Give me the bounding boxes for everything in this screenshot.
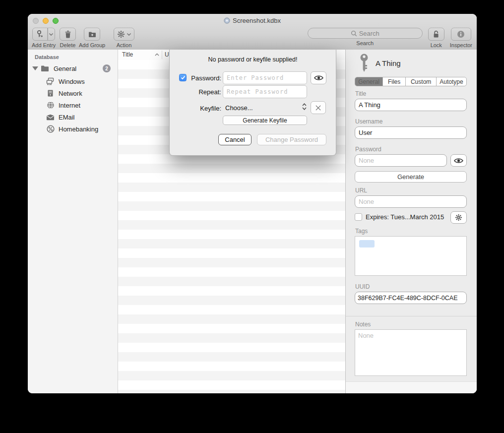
info-icon — [457, 30, 465, 38]
tags-label: Tags — [355, 228, 368, 235]
tags-box[interactable] — [355, 236, 467, 276]
lock-label: Lock — [431, 42, 442, 48]
titlebar[interactable]: Screenshot.kdbx — [28, 14, 477, 27]
close-x-icon — [315, 105, 321, 111]
change-password-dialog: No password or keyfile supplied! Passwor… — [169, 50, 336, 156]
column-header-title[interactable]: Title — [122, 51, 133, 58]
sidebar-item-label: Network — [59, 90, 82, 97]
minimize-button[interactable] — [43, 18, 49, 24]
add-group-label: Add Group — [79, 42, 105, 48]
zoom-button[interactable] — [53, 18, 59, 24]
dialog-reveal-password-button[interactable] — [311, 71, 326, 84]
reveal-password-button[interactable] — [450, 154, 467, 167]
delete-label: Delete — [60, 42, 76, 48]
search-input[interactable]: Search — [308, 28, 423, 39]
url-field[interactable] — [355, 195, 467, 208]
title-label: Title — [355, 90, 366, 97]
generate-password-button[interactable]: Generate — [355, 171, 467, 183]
window-title: Screenshot.kdbx — [233, 17, 281, 24]
inspector-button[interactable] — [451, 28, 471, 41]
email-icon — [46, 114, 55, 121]
search-label: Search — [356, 40, 374, 46]
sidebar-item-windows[interactable]: Windows — [28, 75, 118, 87]
inspector-panel: A Thing General Files Custom Autotype Ti… — [345, 50, 477, 393]
sidebar-item-label: EMail — [59, 114, 75, 121]
toolbar: Add Entry Delete Add Group — [28, 27, 477, 50]
disclosure-triangle-icon[interactable] — [32, 66, 38, 70]
chevron-down-icon — [127, 33, 131, 36]
group-sidebar: Database General 2 Windows Network — [28, 50, 118, 393]
uuid-label: UUID — [355, 283, 370, 290]
inspector-footer — [346, 381, 477, 393]
folder-icon — [41, 65, 49, 72]
repeat-password-field[interactable] — [223, 85, 307, 98]
app-window: Screenshot.kdbx Add Entry — [28, 14, 477, 393]
add-entry-dropdown[interactable] — [48, 28, 55, 40]
sidebar-item-email[interactable]: EMail — [28, 111, 118, 123]
sidebar-item-label: Windows — [59, 78, 85, 85]
expires-options-button[interactable] — [450, 211, 467, 224]
key-plus-icon — [33, 28, 48, 40]
lock-button[interactable] — [428, 28, 444, 41]
cancel-button[interactable]: Cancel — [218, 134, 252, 145]
url-label: URL — [355, 187, 367, 194]
expires-checkbox[interactable] — [355, 213, 362, 221]
tag-chip[interactable] — [359, 240, 375, 247]
title-field[interactable] — [355, 99, 467, 111]
windows-icon — [46, 77, 55, 85]
tab-autotype[interactable]: Autotype — [437, 77, 466, 86]
username-field[interactable] — [355, 126, 467, 139]
action-label: Action — [117, 42, 132, 48]
traffic-lights — [33, 18, 59, 24]
sidebar-item-internet[interactable]: Internet — [28, 99, 118, 111]
notes-field[interactable] — [355, 329, 467, 376]
tab-custom[interactable]: Custom — [406, 77, 437, 86]
gear-icon — [117, 30, 125, 38]
column-header-username[interactable]: U — [165, 51, 169, 58]
homebanking-icon — [46, 125, 55, 133]
gear-icon — [455, 214, 462, 221]
inspector-tabs: General Files Custom Autotype — [355, 77, 467, 86]
window-chrome: Screenshot.kdbx Add Entry — [28, 14, 477, 50]
sidebar-item-network[interactable]: Network — [28, 87, 118, 99]
change-password-button[interactable]: Change Password — [257, 134, 326, 145]
keyfile-popup[interactable]: Choose... — [225, 104, 253, 112]
section-divider — [346, 316, 477, 316]
generate-keyfile-button[interactable]: Generate Keyfile — [223, 116, 307, 125]
dialog-keyfile-label: Keyfile: — [180, 105, 221, 112]
notes-label: Notes — [355, 321, 371, 328]
inspector-label: Inspector — [450, 42, 472, 48]
search-placeholder: Search — [359, 30, 379, 37]
add-entry-button[interactable] — [32, 28, 55, 41]
tab-general[interactable]: General — [355, 77, 383, 86]
sidebar-group-label: General — [54, 65, 76, 72]
lock-open-icon — [433, 30, 440, 39]
search-icon — [351, 30, 357, 37]
add-group-button[interactable] — [84, 28, 100, 41]
password-field[interactable] — [355, 154, 447, 167]
username-label: Username — [355, 118, 382, 125]
folder-plus-icon — [88, 31, 96, 38]
document-icon — [224, 17, 230, 24]
delete-button[interactable] — [60, 28, 76, 41]
dialog-message: No password or keyfile supplied! — [170, 56, 336, 63]
clear-keyfile-button[interactable] — [311, 101, 326, 114]
entry-count-badge: 2 — [103, 64, 111, 72]
sidebar-item-homebanking[interactable]: Homebanking — [28, 123, 118, 135]
network-icon — [46, 89, 55, 97]
internet-icon — [46, 101, 55, 109]
enter-password-field[interactable] — [223, 71, 307, 84]
dialog-repeat-label: Repeat: — [180, 88, 221, 96]
column-divider[interactable] — [162, 51, 162, 59]
password-label: Password — [355, 146, 381, 153]
sidebar-group-general[interactable]: General 2 — [28, 63, 118, 73]
tab-files[interactable]: Files — [383, 77, 406, 86]
add-entry-label: Add Entry — [32, 42, 56, 48]
expires-label: Expires: Tues...March 2015 — [366, 213, 444, 221]
sort-ascending-icon — [155, 53, 159, 56]
close-button[interactable] — [33, 18, 39, 24]
uuid-field[interactable] — [355, 292, 467, 304]
popup-stepper-icon[interactable] — [302, 103, 307, 111]
dialog-password-label: Password: — [180, 74, 221, 82]
action-button[interactable] — [114, 28, 134, 41]
